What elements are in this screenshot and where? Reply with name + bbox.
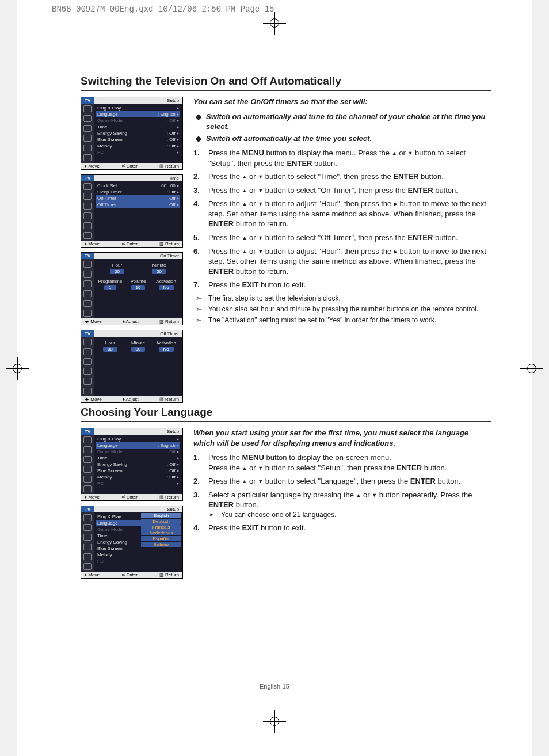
title-rule bbox=[81, 421, 491, 422]
page-footer: English-15 bbox=[17, 683, 532, 690]
reg-mark-left bbox=[6, 357, 29, 380]
section1-title: Switching the Television On and Off Auto… bbox=[81, 75, 491, 88]
section2-title: Choosing Your Language bbox=[81, 406, 491, 419]
inline-note: You can choose one of 21 languages. bbox=[208, 510, 491, 519]
section2-steps: 1.Press the MENU button to display the o… bbox=[193, 453, 491, 533]
osd-off-timer: TVOff Timer Hour00Minute00ActivationNo ◂… bbox=[81, 330, 183, 403]
reg-mark-top bbox=[263, 12, 286, 35]
osd-on-timer: TVOn Timer Hour00Minute00 Programme1Volu… bbox=[81, 252, 183, 325]
section-language: Choosing Your Language TVSetup Plug & Pl… bbox=[81, 406, 491, 579]
osd-setup-2: TVSetup Plug & Play ▸Language: English ▸… bbox=[81, 428, 183, 501]
osd-column: TVSetup Plug & Play ▸Language: English ▸… bbox=[81, 97, 183, 403]
reg-mark-right bbox=[520, 357, 543, 380]
section1-bullets: Switch on automatically and tune to the … bbox=[193, 112, 491, 144]
section1-intro: You can set the On/Off timers so that th… bbox=[193, 97, 491, 107]
osd-language-dropdown: TVSetup Plug & PlayLanguageGame ModeTime… bbox=[81, 506, 183, 579]
section2-text: When you start using your set for the fi… bbox=[193, 428, 491, 579]
osd-setup: TVSetup Plug & Play ▸Language: English ▸… bbox=[81, 97, 183, 170]
section1-steps: 1.Press the MENU button to display the m… bbox=[193, 148, 491, 290]
print-header: BN68-00927M-00Eng.qxd 10/12/06 2:50 PM P… bbox=[52, 5, 274, 14]
section1-notes: The first step is to set the television'… bbox=[193, 294, 491, 325]
reg-mark-bottom bbox=[263, 710, 286, 733]
section1-text: You can set the On/Off timers so that th… bbox=[193, 97, 491, 403]
page: BN68-00927M-00Eng.qxd 10/12/06 2:50 PM P… bbox=[17, 0, 532, 756]
osd-time: TVTime Clock Set00 : 00 ▸Sleep Timer: Of… bbox=[81, 174, 183, 248]
osd-column-2: TVSetup Plug & Play ▸Language: English ▸… bbox=[81, 428, 183, 579]
section2-intro: When you start using your set for the fi… bbox=[193, 428, 491, 448]
section-switching: Switching the Television On and Off Auto… bbox=[81, 75, 491, 403]
title-rule bbox=[81, 90, 491, 91]
